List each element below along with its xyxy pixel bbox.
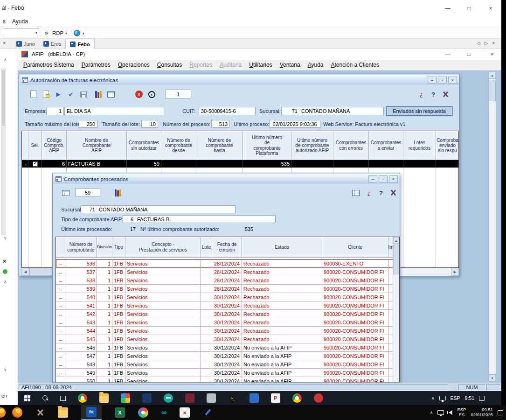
photos-icon[interactable] xyxy=(121,393,130,403)
app-icon[interactable]: × xyxy=(180,407,190,418)
column-header-codigo[interactable]: Código Comprob. AFIP xyxy=(42,131,67,160)
close-button[interactable]: × xyxy=(389,175,398,182)
checkbox[interactable]: ✔ xyxy=(33,161,38,167)
cuit-field[interactable]: 30-50009415-6 xyxy=(199,107,256,115)
scroll-up-icon[interactable]: ▲ xyxy=(489,71,496,79)
window2-title-bar[interactable]: Comprobantes procesados – ▫ × xyxy=(54,174,400,184)
excel-icon[interactable]: X xyxy=(115,407,125,418)
app-icon[interactable] xyxy=(185,393,194,403)
record-counter-field[interactable]: 59 xyxy=(75,188,100,197)
language-indicator[interactable]: ESP ES xyxy=(457,407,466,418)
close-tab-icon[interactable]: × xyxy=(3,40,6,46)
export-grid-button[interactable] xyxy=(105,89,117,100)
empresa-number-field[interactable]: 1 xyxy=(46,107,64,115)
enviados-sin-respuesta-button[interactable]: Enviados sin respuesta xyxy=(386,106,452,116)
host-menu-ayuda[interactable]: Ayuda xyxy=(12,18,28,25)
table-row[interactable]: → 546 1 1FB Servicios 30/12/2024 No envi… xyxy=(56,343,394,352)
tab-nav-right-icon[interactable]: ▷ xyxy=(484,41,488,46)
menu-item[interactable]: Atención a Clientes xyxy=(327,60,383,70)
action-center-icon[interactable] xyxy=(479,396,485,401)
column-header-lotes[interactable]: Lotes requeridos xyxy=(403,131,436,160)
browser-icon[interactable] xyxy=(292,393,302,403)
edit-record-button[interactable] xyxy=(40,89,51,100)
rdp-button[interactable]: RDP xyxy=(52,30,63,36)
column-header-estado[interactable]: Estado xyxy=(242,237,322,258)
empresa-name-field[interactable]: EL DIA SA xyxy=(64,107,164,115)
menu-item[interactable]: Utilitarios xyxy=(245,60,276,70)
scroll-left-icon[interactable]: ◀ xyxy=(21,268,29,276)
confirm-button[interactable]: ✔ xyxy=(65,89,76,100)
menu-item[interactable]: Reportes xyxy=(186,60,216,70)
afip-minimize-button[interactable]: — xyxy=(441,49,455,59)
file-explorer-icon[interactable] xyxy=(99,393,109,403)
column-header-numero[interactable]: Número de comprobante xyxy=(65,237,97,258)
menu-item[interactable]: Operaciones xyxy=(114,60,153,70)
app-icon[interactable] xyxy=(314,393,323,403)
afip-maximize-button[interactable]: □ xyxy=(462,49,476,59)
table-row[interactable]: → 540 1 1FB Servicios 30/12/2024 Rechaza… xyxy=(56,293,394,301)
table-row[interactable]: → 544 1 1FB Servicios 30/12/2024 Rechaza… xyxy=(56,327,394,335)
pen-icon[interactable] xyxy=(203,408,212,417)
menu-item[interactable]: Parámetros Sistema xyxy=(20,60,78,70)
app-icon[interactable] xyxy=(142,393,152,403)
paint-icon[interactable] xyxy=(138,407,148,418)
column-header-hasta[interactable]: Número de comprobante hasta xyxy=(196,131,243,160)
app-icon[interactable]: ∞ xyxy=(161,408,166,417)
info-button[interactable]: i xyxy=(146,89,157,100)
table-row[interactable]: → 545 1 1FB Servicios 30/12/2024 Rechaza… xyxy=(56,335,394,343)
column-header-sel[interactable]: Sel. xyxy=(28,131,42,160)
host-minimize-button[interactable]: — xyxy=(437,0,458,16)
table-row[interactable]: → 542 1 1FB Servicios 30/12/2024 Rechaza… xyxy=(56,310,394,318)
language-indicator[interactable]: ESP xyxy=(451,395,460,401)
globe-icon[interactable] xyxy=(74,30,80,36)
table-row[interactable]: → 536 1 1FB Servicios 28/12/2024 Rechaza… xyxy=(56,259,394,268)
firefox-icon[interactable] xyxy=(12,407,22,418)
table-row[interactable]: → 543 1 1FB Servicios 30/12/2024 Rechaza… xyxy=(56,318,394,327)
table-row[interactable]: → 537 1 1FB Servicios 28/12/2024 Rechaza… xyxy=(56,268,394,276)
menu-item[interactable]: Consultas xyxy=(153,60,186,70)
network-icon[interactable] xyxy=(439,396,446,400)
scroll-right-icon[interactable]: ▶ xyxy=(451,268,459,276)
scrollbar-thumb[interactable] xyxy=(393,245,399,274)
tipo-comprobante-field[interactable]: 6 FACTURAS B xyxy=(123,215,276,223)
terminal-icon[interactable]: >_ xyxy=(228,393,237,403)
afip-close-button[interactable]: × xyxy=(485,49,499,59)
table-row[interactable]: → 539 1 1FB Servicios 28/12/2024 Rechaza… xyxy=(56,285,394,293)
help-button[interactable]: ? xyxy=(428,89,439,100)
menu-item[interactable]: Ayuda xyxy=(304,60,327,70)
scroll-down-icon[interactable]: ▼ xyxy=(489,374,496,382)
minimize-button[interactable]: – xyxy=(368,175,377,182)
maximize-button[interactable]: ▫ xyxy=(379,175,388,182)
sucursal-field[interactable]: 71 CONTADO MAÑANA xyxy=(281,107,384,115)
tools-button[interactable] xyxy=(388,187,399,198)
numero-proceso-field[interactable]: 513 xyxy=(211,120,230,128)
column-header-concepto[interactable]: Concepto - Prestación de servicios xyxy=(125,237,201,258)
column-header-fecha[interactable]: Fecha de emisión xyxy=(212,237,242,258)
chevron-down-icon[interactable]: ▾ xyxy=(65,31,67,35)
table-row[interactable]: → 541 1 1FB Servicios 30/12/2024 Rechaza… xyxy=(56,301,394,310)
rdp-run-icon[interactable]: » xyxy=(45,29,48,36)
context-help-button[interactable]: ¿ xyxy=(416,89,427,100)
network-icon[interactable] xyxy=(437,410,444,415)
close-button[interactable]: × xyxy=(448,77,457,84)
table-row[interactable]: → 548 1 1FB Servicios 30/12/2024 No envi… xyxy=(56,360,394,369)
browser-icon[interactable] xyxy=(78,393,87,403)
host-menu-partial[interactable]: s xyxy=(3,18,6,25)
host-maximize-button[interactable]: □ xyxy=(458,0,480,16)
menu-item[interactable]: Auditoria xyxy=(216,60,245,70)
column-header-autorizado[interactable]: Ultimo número de comprobante autorizado … xyxy=(291,131,333,160)
column-header-tipo[interactable]: Tipo xyxy=(112,237,125,258)
column-header-errores[interactable]: Comprobantes con errores xyxy=(333,131,369,160)
column-header-plataforma[interactable]: Ultimo número de comprobante Plataforma xyxy=(243,131,291,160)
session-tab[interactable]: Eros xyxy=(39,39,66,49)
start-button[interactable] xyxy=(24,395,30,401)
tray-chevron-up-icon[interactable]: ∧ xyxy=(430,410,433,415)
chevron-up-icon[interactable]: ∧ xyxy=(4,57,7,62)
tools-icon[interactable] xyxy=(35,408,45,417)
save-button[interactable] xyxy=(78,89,89,100)
file-explorer-icon[interactable] xyxy=(58,407,68,418)
tab-nav-close-icon[interactable]: × xyxy=(492,41,495,46)
batch-button[interactable] xyxy=(112,187,124,198)
maximize-button[interactable]: ▫ xyxy=(438,77,447,84)
task-view-icon[interactable] xyxy=(60,396,66,401)
